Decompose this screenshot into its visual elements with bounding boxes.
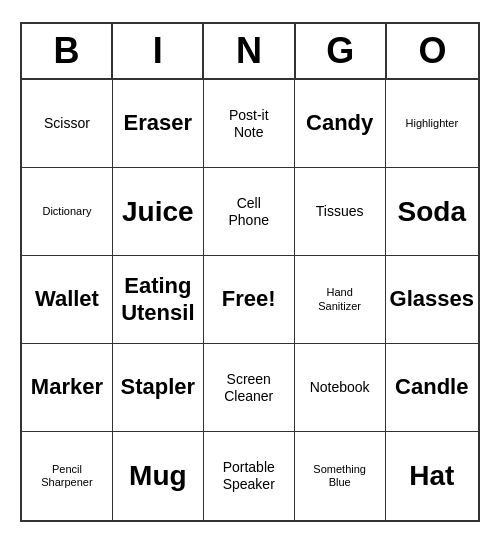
bingo-header-letter: I: [113, 24, 204, 78]
bingo-cell-text: Soda: [398, 195, 466, 229]
bingo-cell: Candle: [386, 344, 478, 432]
bingo-cell: ScreenCleaner: [204, 344, 295, 432]
bingo-cell: Candy: [295, 80, 386, 168]
bingo-cell: Glasses: [386, 256, 478, 344]
bingo-cell: Scissor: [22, 80, 113, 168]
bingo-cell: HandSanitizer: [295, 256, 386, 344]
bingo-cell: Marker: [22, 344, 113, 432]
bingo-header-letter: G: [296, 24, 387, 78]
bingo-cell: Dictionary: [22, 168, 113, 256]
bingo-cell-text: PencilSharpener: [41, 463, 92, 489]
bingo-cell: Stapler: [113, 344, 204, 432]
bingo-cell-text: Dictionary: [42, 205, 91, 218]
bingo-cell-text: SomethingBlue: [313, 463, 366, 489]
bingo-cell-text: Juice: [122, 195, 194, 229]
bingo-cell-text: Mug: [129, 459, 187, 493]
bingo-cell-text: Highlighter: [406, 117, 459, 130]
bingo-cell-text: Post-itNote: [229, 107, 269, 141]
bingo-cell: Hat: [386, 432, 478, 520]
bingo-cell-text: PortableSpeaker: [223, 459, 275, 493]
bingo-cell-text: Notebook: [310, 379, 370, 396]
bingo-cell: PortableSpeaker: [204, 432, 295, 520]
bingo-header: BINGO: [22, 24, 478, 80]
bingo-cell: SomethingBlue: [295, 432, 386, 520]
bingo-cell: Notebook: [295, 344, 386, 432]
bingo-cell: PencilSharpener: [22, 432, 113, 520]
bingo-header-letter: O: [387, 24, 478, 78]
bingo-cell: Post-itNote: [204, 80, 295, 168]
bingo-cell: Wallet: [22, 256, 113, 344]
bingo-cell-text: Eraser: [124, 110, 193, 136]
bingo-cell: Eraser: [113, 80, 204, 168]
bingo-cell: EatingUtensil: [113, 256, 204, 344]
bingo-grid: ScissorEraserPost-itNoteCandyHighlighter…: [22, 80, 478, 520]
bingo-cell: Tissues: [295, 168, 386, 256]
bingo-cell-text: Stapler: [121, 374, 196, 400]
bingo-cell-text: Wallet: [35, 286, 99, 312]
bingo-cell-text: Free!: [222, 286, 276, 312]
bingo-cell-text: Scissor: [44, 115, 90, 132]
bingo-cell-text: Candle: [395, 374, 468, 400]
bingo-cell-text: CellPhone: [229, 195, 269, 229]
bingo-cell-text: Tissues: [316, 203, 364, 220]
bingo-cell-text: HandSanitizer: [318, 286, 361, 312]
bingo-cell: CellPhone: [204, 168, 295, 256]
bingo-cell: Juice: [113, 168, 204, 256]
bingo-cell: Free!: [204, 256, 295, 344]
bingo-header-letter: N: [204, 24, 295, 78]
bingo-cell: Soda: [386, 168, 478, 256]
bingo-cell-text: Glasses: [390, 286, 474, 312]
bingo-card: BINGO ScissorEraserPost-itNoteCandyHighl…: [20, 22, 480, 522]
bingo-cell-text: ScreenCleaner: [224, 371, 273, 405]
bingo-cell-text: Hat: [409, 459, 454, 493]
bingo-cell: Highlighter: [386, 80, 478, 168]
bingo-cell-text: Candy: [306, 110, 373, 136]
bingo-cell-text: EatingUtensil: [121, 273, 194, 326]
bingo-cell: Mug: [113, 432, 204, 520]
bingo-header-letter: B: [22, 24, 113, 78]
bingo-cell-text: Marker: [31, 374, 103, 400]
